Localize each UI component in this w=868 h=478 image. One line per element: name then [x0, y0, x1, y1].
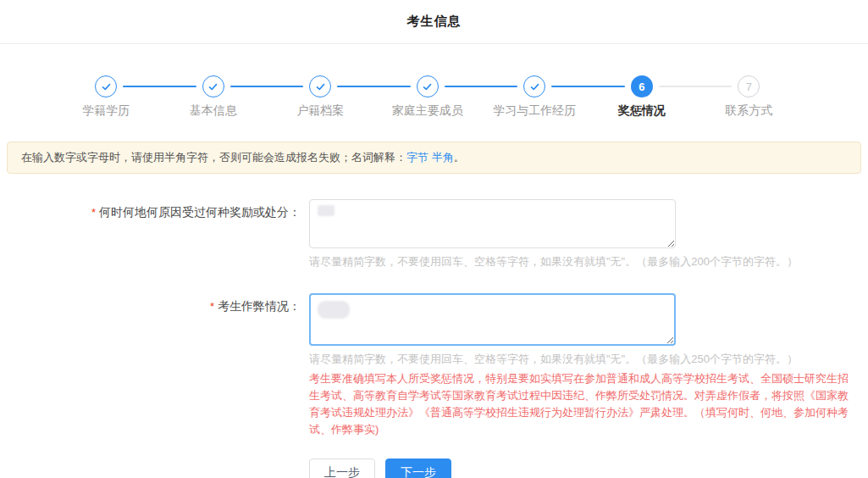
step-completed-circle — [523, 75, 545, 97]
step-label: 基本信息 — [160, 103, 268, 119]
step-study-work-experience: 学习与工作经历 — [481, 75, 589, 119]
step-basic-info: 基本信息 — [160, 75, 268, 119]
rewards-punishments-label: *何时何地何原因受过何种奖励或处分： — [0, 199, 301, 220]
cheating-record-control: 请尽量精简字数，不要使用回车、空格等字符，如果没有就填"无"。（最多输入250个… — [309, 293, 858, 438]
next-step-button[interactable]: 下一步 — [385, 459, 451, 478]
check-icon — [207, 81, 218, 92]
step-household-file: 户籍档案 — [267, 75, 374, 119]
rewards-punishments-hint: 请尽量精简字数，不要使用回车、空格等字符，如果没有就填"无"。（最多输入200个… — [309, 254, 858, 270]
step-completed-circle — [202, 75, 224, 97]
step-number: 7 — [746, 81, 752, 92]
step-label: 奖惩情况 — [589, 103, 696, 119]
required-asterisk: * — [91, 206, 96, 219]
candidate-info-form: *何时何地何原因受过何种奖励或处分： 请尽量精简字数，不要使用回车、空格等字符，… — [0, 199, 868, 478]
halfwidth-glossary-link[interactable]: 半角 — [432, 151, 454, 164]
step-number: 6 — [639, 81, 644, 92]
check-icon — [315, 81, 326, 92]
form-actions: 上一步 下一步 — [309, 459, 868, 478]
step-completed-circle — [417, 75, 439, 97]
notice-text: 在输入数字或字母时，请使用半角字符，否则可能会造成报名失败；名词解释： — [21, 151, 406, 164]
notice-suffix: 。 — [454, 151, 465, 164]
step-pending-circle: 7 — [738, 75, 760, 97]
halfwidth-notice-banner: 在输入数字或字母时，请使用半角字符，否则可能会造成报名失败；名词解释：字节 半角… — [7, 142, 861, 174]
label-text: 考生作弊情况： — [218, 299, 301, 313]
prev-step-button[interactable]: 上一步 — [309, 459, 375, 478]
cheating-record-textarea[interactable] — [309, 293, 676, 346]
check-icon — [529, 81, 540, 92]
step-education-record: 学籍学历 — [53, 75, 160, 119]
cheating-record-row: *考生作弊情况： 请尽量精简字数，不要使用回车、空格等字符，如果没有就填"无"。… — [0, 293, 868, 438]
step-label: 户籍档案 — [267, 103, 374, 119]
step-rewards-punishments: 6 奖惩情况 — [589, 75, 696, 119]
step-completed-circle — [95, 75, 117, 97]
step-active-circle: 6 — [631, 75, 653, 97]
rewards-punishments-textarea[interactable] — [309, 199, 676, 248]
step-label: 学籍学历 — [53, 103, 160, 119]
page-title: 考生信息 — [407, 14, 462, 30]
cheating-record-hint: 请尽量精简字数，不要使用回车、空格等字符，如果没有就填"无"。（最多输入250个… — [309, 352, 858, 367]
cheating-record-label: *考生作弊情况： — [0, 293, 301, 314]
page-header: 考生信息 — [0, 0, 868, 44]
step-completed-circle — [309, 75, 331, 97]
byte-glossary-link[interactable]: 字节 — [406, 151, 428, 164]
required-asterisk: * — [210, 300, 214, 313]
cheating-record-warning: 考生要准确填写本人所受奖惩情况，特别是要如实填写在参加普通和成人高等学校招生考试… — [309, 370, 851, 438]
step-label: 学习与工作经历 — [481, 103, 589, 119]
step-contact-info: 7 联系方式 — [695, 75, 803, 119]
rewards-punishments-control: 请尽量精简字数，不要使用回车、空格等字符，如果没有就填"无"。（最多输入200个… — [309, 199, 858, 270]
rewards-punishments-row: *何时何地何原因受过何种奖励或处分： 请尽量精简字数，不要使用回车、空格等字符，… — [0, 199, 868, 270]
textarea-wrapper — [309, 293, 676, 346]
step-family-members: 家庭主要成员 — [374, 75, 482, 119]
check-icon — [101, 81, 112, 92]
label-text: 何时何地何原因受过何种奖励或处分： — [99, 205, 301, 219]
step-label: 联系方式 — [695, 103, 803, 119]
step-wizard: 学籍学历 基本信息 户籍档案 家庭主要成员 学习与工作经历 6 奖惩情况 — [0, 44, 868, 119]
textarea-wrapper — [309, 199, 676, 248]
check-icon — [422, 81, 433, 92]
step-label: 家庭主要成员 — [374, 103, 482, 119]
